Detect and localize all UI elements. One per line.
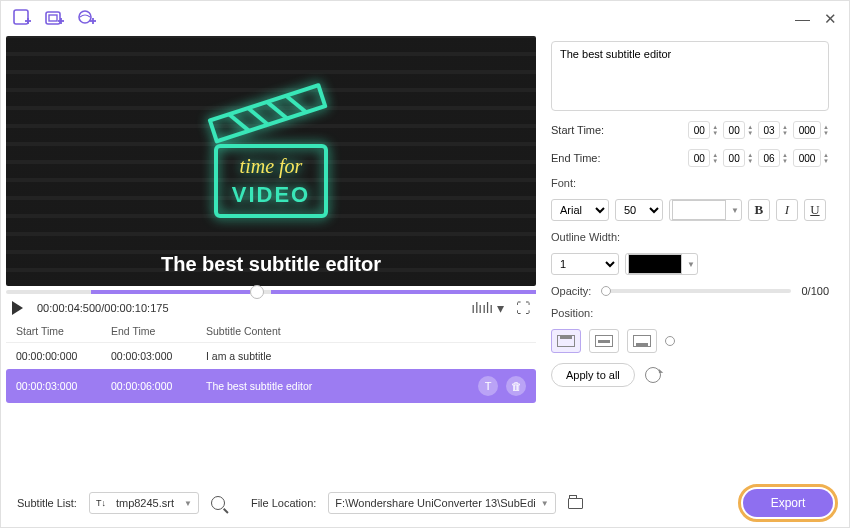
subtitle-row[interactable]: 00:00:00:000 00:00:03:000 I am a subtitl…	[6, 343, 536, 369]
stepper-icon[interactable]: ▲▼	[823, 152, 829, 164]
font-section-label: Font:	[551, 177, 829, 189]
video-preview[interactable]: time for VIDEO The best subtitle editor	[6, 36, 536, 286]
position-label: Position:	[551, 307, 829, 319]
end-mm[interactable]	[723, 149, 745, 167]
custom-position-radio[interactable]	[665, 336, 675, 346]
video-subtitle-overlay: The best subtitle editor	[161, 253, 381, 276]
opacity-value: 0/100	[801, 285, 829, 297]
outline-width-select[interactable]: 1	[551, 253, 619, 275]
start-time-label: Start Time:	[551, 124, 616, 136]
end-time-label: End Time:	[551, 152, 616, 164]
svg-rect-3	[46, 12, 60, 24]
end-ms[interactable]	[793, 149, 821, 167]
header-start: Start Time	[16, 325, 86, 337]
header-end: End Time	[111, 325, 181, 337]
position-bottom-button[interactable]	[627, 329, 657, 353]
header-content: Subtitle Content	[206, 325, 281, 337]
end-ss[interactable]	[758, 149, 780, 167]
font-color-swatch[interactable]	[672, 200, 726, 220]
underline-button[interactable]: U	[804, 199, 826, 221]
title-bar: — ✕	[1, 1, 849, 36]
svg-rect-4	[49, 15, 57, 21]
subtitle-list-label: Subtitle List:	[17, 497, 77, 509]
svg-rect-11	[210, 85, 325, 141]
timeline[interactable]	[6, 290, 536, 294]
stepper-icon[interactable]: ▲▼	[747, 124, 753, 136]
waveform-icon[interactable]: ılıılı ▾	[471, 300, 504, 316]
end-hh[interactable]	[688, 149, 710, 167]
stepper-icon[interactable]: ▲▼	[712, 124, 718, 136]
italic-button[interactable]: I	[776, 199, 798, 221]
stepper-icon[interactable]: ▲▼	[823, 124, 829, 136]
subtitle-table-header: Start Time End Time Subtitle Content	[6, 320, 536, 343]
stepper-icon[interactable]: ▲▼	[712, 152, 718, 164]
outline-label: Outline Width:	[551, 231, 829, 243]
stepper-icon[interactable]: ▲▼	[782, 152, 788, 164]
position-middle-button[interactable]	[589, 329, 619, 353]
add-folder-icon[interactable]	[45, 9, 65, 29]
minimize-button[interactable]: —	[795, 10, 810, 28]
url-import-icon[interactable]	[77, 9, 97, 29]
add-file-icon[interactable]	[13, 9, 33, 29]
outline-color-swatch[interactable]	[628, 254, 682, 274]
file-location-select[interactable]: F:\Wondershare UniConverter 13\SubEdi ▼	[328, 492, 555, 514]
opacity-label: Opacity:	[551, 285, 591, 297]
stepper-icon[interactable]: ▲▼	[747, 152, 753, 164]
svg-text:VIDEO: VIDEO	[232, 182, 310, 207]
font-family-select[interactable]: Arial	[551, 199, 609, 221]
export-button[interactable]: Export	[743, 489, 833, 517]
search-subtitle-icon[interactable]	[211, 496, 225, 510]
bottom-bar: Subtitle List: T↓ tmp8245.srt ▼ File Loc…	[1, 489, 849, 517]
stepper-icon[interactable]: ▲▼	[782, 124, 788, 136]
start-ms[interactable]	[793, 121, 821, 139]
position-top-button[interactable]	[551, 329, 581, 353]
start-mm[interactable]	[723, 121, 745, 139]
delete-subtitle-icon[interactable]: 🗑	[506, 376, 526, 396]
translate-subtitle-icon[interactable]: T	[478, 376, 498, 396]
apply-to-all-button[interactable]: Apply to all	[551, 363, 635, 387]
time-display: 00:00:04:500/00:00:10:175	[37, 302, 169, 314]
font-size-select[interactable]: 50	[615, 199, 663, 221]
play-button[interactable]	[12, 301, 23, 315]
opacity-slider[interactable]	[601, 289, 791, 293]
fullscreen-icon[interactable]: ⛶	[516, 300, 530, 316]
window-controls: — ✕	[795, 10, 837, 28]
reset-icon[interactable]	[645, 367, 661, 383]
subtitle-row[interactable]: 00:00:03:000 00:00:06:000 The best subti…	[6, 369, 536, 403]
file-location-label: File Location:	[251, 497, 316, 509]
subtitle-file-select[interactable]: T↓ tmp8245.srt ▼	[89, 492, 199, 514]
import-toolbar	[13, 9, 97, 29]
open-folder-icon[interactable]	[568, 498, 583, 509]
start-ss[interactable]	[758, 121, 780, 139]
svg-text:time for: time for	[240, 155, 303, 178]
bold-button[interactable]: B	[748, 199, 770, 221]
start-hh[interactable]	[688, 121, 710, 139]
subtitle-text-input[interactable]	[551, 41, 829, 111]
close-button[interactable]: ✕	[824, 10, 837, 28]
